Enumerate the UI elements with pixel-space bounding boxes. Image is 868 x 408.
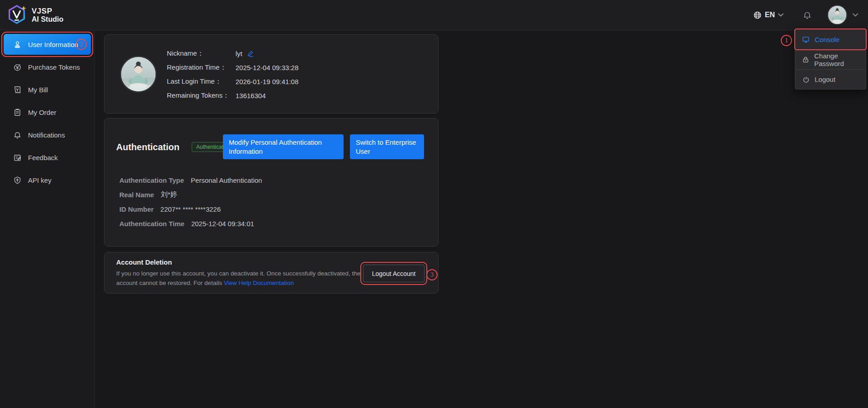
brand-name-line1: VJSP [32,7,63,15]
authentication-header: Authentication Authenticated [116,134,234,160]
last-login-label: Last Login Time： [167,77,236,86]
switch-to-enterprise-button[interactable]: Switch to Enterprise User [350,134,424,159]
sidebar-item-label: User Information [28,41,78,48]
profile-card: Nickname： lyt Registration Time： 2025-12… [104,34,439,114]
authentication-type-label: Authentication Type [119,176,184,184]
remaining-tokens-row: Remaining Tokens： 13616304 [167,91,298,100]
sidebar: User Information 2 Purchase Tokens My Bi… [0,30,95,408]
brand: VJSP AI Studio [6,5,63,25]
sidebar-item-my-order[interactable]: My Order [4,102,91,123]
globe-icon [753,11,762,19]
registration-time-label: Registration Time： [167,63,236,72]
id-number-row: ID Number 2207** **** ****3226 [119,205,262,213]
user-avatar[interactable] [827,5,847,25]
feedback-icon [13,153,22,162]
console-icon [802,36,810,43]
registration-time-value: 2025-12-04 09:33:28 [236,64,298,71]
real-name-label: Real Name [119,191,154,199]
menu-item-change-password[interactable]: Change Password [795,49,866,69]
sidebar-item-user-information[interactable]: User Information 2 [4,34,91,55]
app-root: VJSP AI Studio EN [0,0,868,408]
real-name-value: 刘*婷 [161,190,177,199]
sidebar-item-label: Feedback [28,154,58,161]
real-name-row: Real Name 刘*婷 [119,190,262,199]
shield-key-icon [13,176,22,185]
profile-avatar-image [120,56,157,93]
last-login-row: Last Login Time： 2026-01-19 09:41:08 [167,77,298,86]
brand-logo-icon [6,5,27,25]
menu-item-label: Logout [815,76,835,83]
user-dropdown-menu: Console Change Password Logout [795,29,866,90]
profile-rows: Nickname： lyt Registration Time： 2025-12… [167,49,298,100]
modify-authentication-button[interactable]: Modify Personal Authentication Informati… [223,134,344,159]
brand-name-line2: AI Studio [32,15,63,24]
user-icon [13,40,22,49]
annotation-step-1: 1 [781,35,792,46]
nickname-text: lyt [236,50,242,57]
language-label: EN [765,11,775,19]
authentication-time-value: 2025-12-04 09:34:01 [191,220,254,228]
yuan-coin-icon [13,62,22,71]
authentication-type-row: Authentication Type Personal Authenticat… [119,176,262,185]
menu-item-label: Change Password [814,52,866,67]
annotation-step-2: 2 [75,39,87,50]
authentication-card: Authentication Authenticated Modify Pers… [104,118,439,247]
authentication-title: Authentication [116,142,179,152]
sidebar-item-notifications[interactable]: Notifications [4,124,91,145]
top-bar: VJSP AI Studio EN [0,0,868,30]
id-number-label: ID Number [119,205,154,213]
authentication-time-label: Authentication Time [119,220,184,228]
notification-bell-icon[interactable] [802,10,812,20]
authentication-details: Authentication Type Personal Authenticat… [119,176,262,228]
sidebar-item-label: API key [28,176,52,184]
sidebar-item-label: My Bill [28,86,48,94]
sidebar-item-label: My Order [28,109,57,116]
sidebar-item-my-bill[interactable]: My Bill [4,79,91,100]
sidebar-item-label: Notifications [28,131,65,139]
sidebar-item-label: Purchase Tokens [28,63,80,71]
order-icon [13,108,22,117]
account-deletion-title: Account Deletion [116,258,172,266]
power-icon [802,76,810,83]
remaining-tokens-label: Remaining Tokens： [167,91,236,100]
brand-name: VJSP AI Studio [32,7,63,24]
registration-time-row: Registration Time： 2025-12-04 09:33:28 [167,63,298,72]
bell-icon [13,130,22,139]
edit-nickname-icon[interactable] [247,50,254,57]
last-login-value: 2026-01-19 09:41:08 [236,78,298,85]
sidebar-item-purchase-tokens[interactable]: Purchase Tokens [4,57,91,77]
top-bar-actions: EN [753,5,858,25]
id-number-value: 2207** **** ****3226 [160,205,221,213]
authentication-type-value: Personal Authentication [191,176,262,184]
nickname-row: Nickname： lyt [167,49,298,58]
account-deletion-card: Account Deletion If you no longer use th… [104,252,439,294]
account-deletion-description: If you no longer use this account, you c… [116,269,363,288]
sidebar-item-api-key[interactable]: API key [4,170,91,190]
authentication-time-row: Authentication Time 2025-12-04 09:34:01 [119,219,262,228]
menu-item-console[interactable]: Console [795,29,866,49]
view-help-documentation-link[interactable]: View Help Documentation [224,280,294,286]
bill-icon [13,85,22,94]
menu-item-label: Console [815,36,840,43]
lock-icon [802,56,809,63]
nickname-label: Nickname： [167,49,236,58]
annotation-step-3: 3 [426,269,438,280]
menu-item-logout[interactable]: Logout [795,69,866,89]
language-switcher[interactable]: EN [753,11,783,19]
sidebar-item-feedback[interactable]: Feedback [4,147,91,168]
user-menu-trigger[interactable] [827,5,858,25]
logout-account-button[interactable]: Logout Account [363,265,425,282]
chevron-down-icon [778,13,783,17]
chevron-down-icon[interactable] [853,13,858,17]
remaining-tokens-value: 13616304 [236,92,266,100]
nickname-value: lyt [236,50,254,57]
